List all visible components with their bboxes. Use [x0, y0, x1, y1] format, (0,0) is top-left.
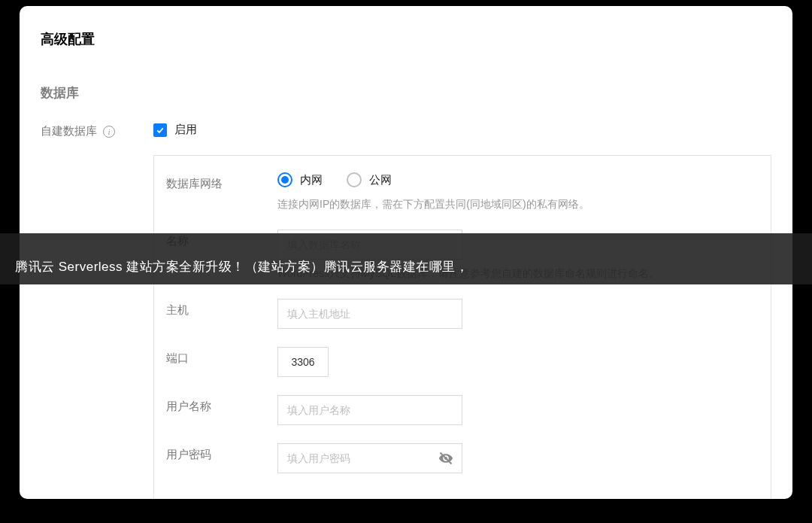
- radio-public[interactable]: 公网: [347, 172, 392, 187]
- db-user-row: 用户名称: [166, 395, 759, 425]
- db-port-row: 端口: [166, 347, 759, 377]
- radio-intranet[interactable]: 内网: [277, 172, 323, 187]
- overlay-banner: 腾讯云 Serverless 建站方案全新升级！（建站方案）腾讯云服务器建在哪里…: [0, 233, 812, 284]
- db-network-hint: 连接内网IP的数据库，需在下方配置共同(同地域同区)的私有网络。: [277, 198, 759, 211]
- radio-public-circle: [347, 172, 362, 187]
- radio-intranet-circle: [277, 172, 292, 187]
- overlay-banner-text: 腾讯云 Serverless 建站方案全新升级！（建站方案）腾讯云服务器建在哪里…: [15, 258, 468, 275]
- enable-checkbox-wrap[interactable]: 启用: [153, 123, 771, 137]
- enable-checkbox[interactable]: [153, 123, 167, 137]
- db-password-label: 用户密码: [166, 443, 277, 462]
- db-network-row: 数据库网络 内网 公网 连接内网IP的数据库，需在下方配置共同(同地域同区)的私…: [166, 172, 759, 211]
- db-password-input[interactable]: [277, 443, 462, 473]
- radio-intranet-label: 内网: [300, 173, 323, 187]
- self-db-row: 自建数据库 i 启用: [41, 123, 771, 138]
- db-network-label: 数据库网络: [166, 172, 277, 191]
- password-visibility-toggle-icon[interactable]: [438, 451, 453, 466]
- db-config-box: 数据库网络 内网 公网 连接内网IP的数据库，需在下方配置共同(同地域同区)的私…: [153, 155, 771, 499]
- db-password-row: 用户密码: [166, 443, 759, 473]
- self-db-label: 自建数据库: [41, 124, 97, 138]
- info-icon[interactable]: i: [103, 126, 115, 138]
- db-port-input[interactable]: [277, 347, 329, 377]
- db-host-input[interactable]: [277, 299, 462, 329]
- page-title: 高级配置: [41, 30, 771, 48]
- db-host-label: 主机: [166, 299, 277, 318]
- db-user-input[interactable]: [277, 395, 462, 425]
- db-port-label: 端口: [166, 347, 277, 366]
- db-host-row: 主机: [166, 299, 759, 329]
- db-network-radio-group: 内网 公网: [277, 172, 759, 187]
- enable-checkbox-label: 启用: [174, 123, 197, 137]
- section-database-title: 数据库: [41, 84, 771, 102]
- radio-public-label: 公网: [369, 173, 392, 187]
- db-user-label: 用户名称: [166, 395, 277, 414]
- self-db-label-col: 自建数据库 i: [41, 123, 153, 138]
